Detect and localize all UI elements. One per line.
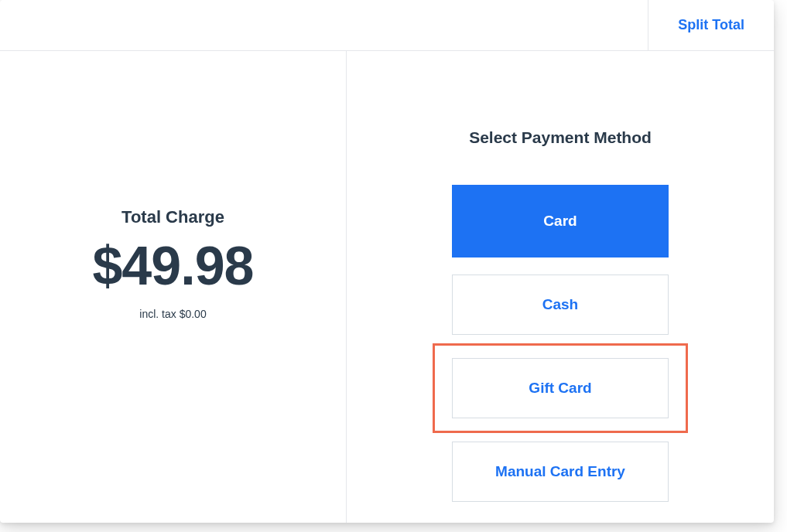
payment-option-wrapper: Cash [433,266,688,343]
select-payment-title: Select Payment Method [469,128,652,147]
tax-note: incl. tax $0.00 [139,308,206,320]
split-total-link[interactable]: Split Total [678,17,744,33]
checkout-container: Split Total Total Charge $49.98 incl. ta… [0,0,774,523]
payment-option-wrapper: Card [433,176,688,266]
header-bar: Split Total [0,0,774,51]
payment-buttons: Card Cash Gift Card Manual Card Entry [433,176,688,510]
payment-option-manual-entry[interactable]: Manual Card Entry [452,442,669,502]
payment-option-highlight: Gift Card [433,343,688,433]
payment-option-wrapper: Manual Card Entry [433,433,688,510]
total-charge-amount: $49.98 [92,235,253,297]
total-charge-label: Total Charge [121,207,224,227]
total-panel: Total Charge $49.98 incl. tax $0.00 [0,51,347,523]
split-total-section: Split Total [648,0,774,50]
payment-option-card[interactable]: Card [452,185,669,257]
payment-panel: Select Payment Method Card Cash Gift Car… [347,51,774,523]
payment-option-cash[interactable]: Cash [452,275,669,335]
payment-option-gift-card[interactable]: Gift Card [452,358,669,418]
body: Total Charge $49.98 incl. tax $0.00 Sele… [0,51,774,523]
